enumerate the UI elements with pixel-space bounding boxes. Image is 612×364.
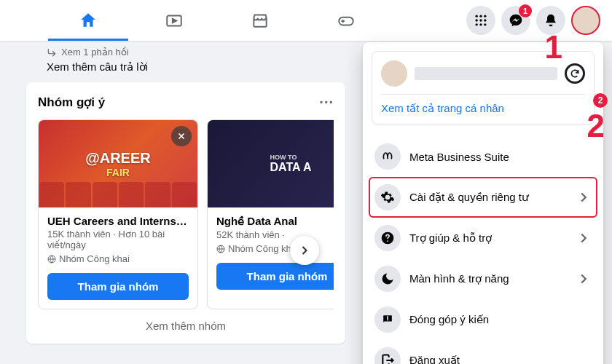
svg-point-2 [476,15,478,17]
nav-watch-tab[interactable] [134,1,214,39]
profile-switcher-box: Xem tất cả trang cá nhân [372,51,595,124]
groups-carousel: @AREER FAIR UEH Careers and Internship S… [38,119,334,309]
group-cover-image[interactable]: @AREER FAIR [39,120,197,207]
see-reply-text: Xem 1 phản hồi [61,47,129,58]
svg-point-3 [479,15,482,17]
svg-point-5 [476,19,478,21]
switch-profile-icon[interactable] [565,63,585,84]
see-all-profiles-link[interactable]: Xem tất cả trang cá nhân [381,94,585,115]
globe-icon [216,245,225,253]
globe-icon [47,255,56,264]
join-group-button[interactable]: Tham gia nhóm [47,273,189,300]
menu-label: Đăng xuất [409,354,592,364]
grid-icon [474,13,488,28]
menu-item-help-support[interactable]: Trợ giúp & hỗ trợ [369,218,597,258]
notifications-button[interactable] [536,6,565,35]
svg-point-10 [484,23,486,25]
top-navbar: 1 [0,0,612,41]
nav-marketplace-tab[interactable] [220,1,300,39]
group-meta: 15K thành viên · Hơn 10 bài viết/ngày [47,229,189,250]
group-name[interactable]: Nghề Data Anal [216,215,334,228]
bell-icon [544,13,558,28]
gear-icon [374,184,401,210]
profile-avatar [381,60,407,87]
carousel-next-button[interactable] [290,236,319,265]
dismiss-group-button[interactable] [171,126,192,146]
join-group-button[interactable]: Tham gia nhóm [216,263,334,290]
menu-item-display-accessibility[interactable]: Màn hình & trợ năng [369,258,597,299]
profile-name-redacted [415,67,557,80]
group-cover-image[interactable]: HOW TO DATA A [208,120,334,207]
see-reply-link[interactable]: Xem 1 phản hồi [47,47,345,58]
suggested-groups-card: Nhóm gợi ý ··· @AREER FAIR UEH Careers a… [26,82,345,344]
svg-point-6 [479,19,482,21]
menu-label: Trợ giúp & hỗ trợ [409,232,567,245]
chevron-right-icon [576,271,592,287]
cover-text-2: FAIR [85,167,151,178]
messenger-button[interactable]: 1 [501,6,530,35]
close-icon [176,131,187,141]
svg-point-7 [484,19,486,21]
menu-item-logout[interactable]: Đăng xuất [369,340,597,364]
see-more-answers-link[interactable]: Xem thêm câu trả lời [47,60,345,74]
home-icon [79,11,98,30]
nav-home-tab[interactable] [48,1,128,39]
chevron-right-icon [297,243,312,258]
see-more-groups-link[interactable]: Xem thêm nhóm [38,320,334,332]
group-name[interactable]: UEH Careers and Internship Shares [47,215,189,227]
moon-icon [374,266,401,292]
nav-gaming-tab[interactable] [306,1,386,39]
account-dropdown-menu: Xem tất cả trang cá nhân Meta Business S… [363,42,603,364]
help-icon [374,225,401,251]
meta-icon [374,143,401,170]
cover-small-text: HOW TO [270,154,312,161]
menu-label: Màn hình & trợ năng [409,272,567,285]
chevron-right-icon [576,189,592,205]
menu-grid-button[interactable] [466,6,495,35]
group-meta: 52K thành viên · [216,229,334,240]
profile-row[interactable] [381,60,585,87]
menu-label: Cài đặt & quyền riêng tư [409,191,567,204]
card-menu-button[interactable]: ··· [319,94,334,111]
marketplace-icon [251,11,270,30]
group-visibility: Nhóm Công khai [47,253,189,264]
comment-preview: Xem 1 phản hồi Xem thêm câu trả lời [26,41,345,82]
menu-label: Đóng góp ý kiến [409,313,592,326]
gaming-icon [337,11,356,30]
menu-item-feedback[interactable]: Đóng góp ý kiến [369,299,597,340]
account-avatar-button[interactable] [571,6,600,35]
reply-arrow-icon [47,47,57,58]
watch-icon [165,11,184,30]
messenger-badge: 1 [519,4,532,17]
cover-text-1: DATA A [270,161,312,174]
svg-point-9 [479,23,482,25]
svg-point-4 [484,15,486,17]
nav-right-controls: 1 [466,6,600,35]
annotation-badge-2: 2 [593,93,608,108]
chevron-right-icon [576,230,592,246]
feedback-icon [374,306,401,333]
svg-point-8 [476,23,478,25]
card-title: Nhóm gợi ý [38,95,105,110]
cover-text-1: @AREER [85,150,151,167]
logout-icon [374,347,401,364]
menu-item-meta-business[interactable]: Meta Business Suite [369,136,597,177]
group-card: @AREER FAIR UEH Careers and Internship S… [38,119,198,309]
menu-label: Meta Business Suite [409,151,592,163]
nav-center-tabs [12,1,466,39]
feed-column: Xem 1 phản hồi Xem thêm câu trả lời Nhóm… [0,41,357,355]
group-card: HOW TO DATA A Nghề Data Anal 52K thành v… [207,119,334,309]
account-menu-list: Meta Business Suite Cài đặt & quyền riên… [363,133,603,364]
menu-item-settings-privacy[interactable]: Cài đặt & quyền riêng tư [369,177,597,218]
svg-rect-1 [339,17,353,25]
